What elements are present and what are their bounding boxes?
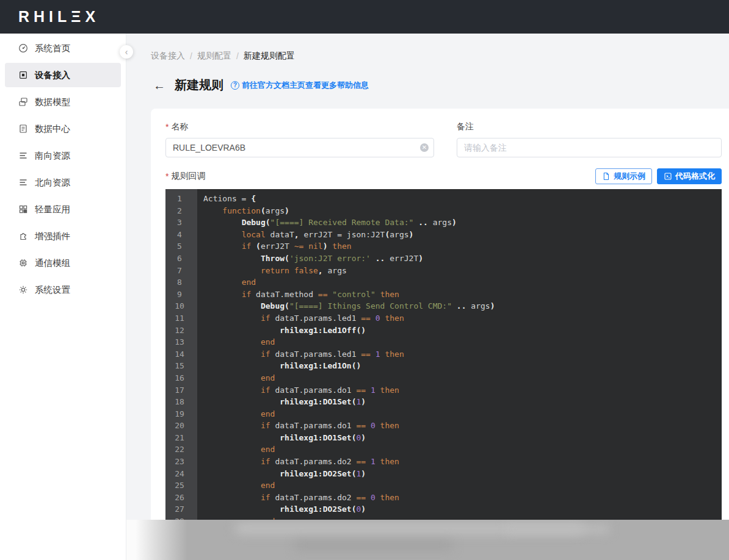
breadcrumb-separator: / <box>236 51 239 61</box>
sidebar-item-device-access[interactable]: 设备接入 <box>5 63 121 87</box>
form-card: * 名称 ✕ 备注 <box>151 109 729 560</box>
blur-smudge <box>506 525 609 533</box>
line-number: 6 <box>165 253 194 265</box>
code-line: end <box>203 276 722 289</box>
line-number: 1 <box>165 193 194 205</box>
line-number: 3 <box>165 217 194 229</box>
sidebar-item-label: 北向资源 <box>35 177 70 188</box>
sidebar-item-label: 增强插件 <box>35 231 70 242</box>
list-icon <box>18 178 28 187</box>
doc-link-label: 前往官方文档主页查看更多帮助信息 <box>242 80 369 91</box>
line-number: 8 <box>165 276 194 289</box>
file-icon <box>602 172 611 181</box>
code-line: if dataT.params.do1 == 1 then <box>203 384 722 397</box>
line-number: 26 <box>165 492 194 504</box>
line-number: 2 <box>165 205 194 217</box>
sidebar-item-label: 系统首页 <box>35 43 70 54</box>
code-line: if dataT.params.do1 == 0 then <box>203 420 722 432</box>
code-format-button[interactable]: 代码格式化 <box>657 168 722 184</box>
code-line: function(args) <box>203 205 722 217</box>
line-number: 19 <box>165 408 194 420</box>
line-number: 23 <box>165 456 194 468</box>
brand-logo: RHILΞX <box>18 8 100 26</box>
line-number: 27 <box>165 503 194 515</box>
line-number: 16 <box>165 372 194 384</box>
blur-smudge <box>295 542 452 549</box>
clear-input-icon[interactable]: ✕ <box>420 143 429 152</box>
blurred-footer-region <box>126 520 729 560</box>
top-header: RHILΞX <box>0 0 729 34</box>
sidebar: 系统首页设备接入数据模型数据中心南向资源北向资源轻量应用增强插件通信模组系统设置 <box>0 34 126 560</box>
rule-example-button[interactable]: 规则示例 <box>595 168 652 184</box>
editor-gutter: 1234567891011121314151617181920212223242… <box>165 189 197 560</box>
sidebar-item-comm-module[interactable]: 通信模组 <box>5 251 121 275</box>
back-button[interactable]: ← <box>153 79 165 92</box>
callback-row: * 规则回调 规则示例 代码格式化 <box>165 168 722 184</box>
line-number: 18 <box>165 396 194 408</box>
question-circle-icon: ? <box>231 81 239 90</box>
sidebar-item-label: 数据模型 <box>35 96 70 108</box>
code-line: if dataT.method == "control" then <box>203 289 722 301</box>
sidebar-item-data-center[interactable]: 数据中心 <box>5 117 121 141</box>
dashboard-icon <box>18 43 28 53</box>
editor-code: Actions = { function(args) Debug("[====]… <box>197 193 722 560</box>
form-row: * 名称 ✕ 备注 <box>165 121 722 157</box>
code-line: end <box>203 479 722 492</box>
code-line: end <box>203 336 722 348</box>
sidebar-collapse-button[interactable]: ‹ <box>120 45 133 59</box>
breadcrumb-item: 新建规则配置 <box>244 51 295 62</box>
code-line: end <box>203 372 722 384</box>
sidebar-item-home[interactable]: 系统首页 <box>5 36 121 60</box>
code-line: if dataT.params.do2 == 0 then <box>203 492 722 504</box>
code-line: rhilexg1:DO1Set(0) <box>203 432 722 444</box>
sidebar-item-label: 数据中心 <box>35 123 70 135</box>
line-number: 12 <box>165 325 194 337</box>
code-line: Debug("[====] Ithings Send Control CMD:"… <box>203 300 722 312</box>
code-line: rhilexg1:DO2Set(1) <box>203 468 722 480</box>
sidebar-item-light-app[interactable]: 轻量应用 <box>5 197 121 221</box>
sidebar-item-label: 轻量应用 <box>35 204 70 215</box>
code-line: local dataT, errJ2T = json:J2T(args) <box>203 229 722 241</box>
name-input[interactable] <box>165 138 434 157</box>
sidebar-item-plugin[interactable]: 增强插件 <box>5 224 121 248</box>
sidebar-menu: 系统首页设备接入数据模型数据中心南向资源北向资源轻量应用增强插件通信模组系统设置 <box>0 34 126 302</box>
note-input[interactable] <box>457 138 722 157</box>
required-mark: * <box>165 171 169 181</box>
code-editor[interactable]: 1234567891011121314151617181920212223242… <box>165 189 722 560</box>
sidebar-item-settings[interactable]: 系统设置 <box>5 278 121 302</box>
name-input-wrap: ✕ <box>165 138 434 157</box>
breadcrumb-item[interactable]: 规则配置 <box>197 51 231 62</box>
code-line: if dataT.params.led1 == 1 then <box>203 348 722 361</box>
line-number: 22 <box>165 443 194 456</box>
breadcrumb-item[interactable]: 设备接入 <box>151 51 185 62</box>
line-number: 17 <box>165 384 194 397</box>
code-line: if (errJ2T ~= nil) then <box>203 240 722 253</box>
code-line: rhilexg1:Led1Off() <box>203 325 722 337</box>
code-line: Actions = { <box>203 193 722 205</box>
page-title: 新建规则 <box>175 77 223 93</box>
document-icon <box>18 124 28 134</box>
line-number: 4 <box>165 229 194 241</box>
name-label: * 名称 <box>165 121 434 133</box>
puzzle-icon <box>18 231 28 241</box>
code-line: if dataT.params.do2 == 1 then <box>203 456 722 468</box>
layers-icon <box>18 97 28 107</box>
line-number: 9 <box>165 289 194 301</box>
code-format-icon <box>664 172 672 181</box>
doc-link[interactable]: ? 前往官方文档主页查看更多帮助信息 <box>231 80 369 91</box>
line-number: 21 <box>165 432 194 444</box>
page-title-row: ← 新建规则 ? 前往官方文档主页查看更多帮助信息 <box>153 77 729 93</box>
sidebar-item-south-resource[interactable]: 南向资源 <box>5 143 121 168</box>
line-number: 5 <box>165 240 194 253</box>
callback-label: * 规则回调 <box>165 170 205 182</box>
sidebar-item-north-resource[interactable]: 北向资源 <box>5 170 121 195</box>
code-line: Debug("[====] Received Remote Data:" .. … <box>203 217 722 229</box>
code-line: Throw('json:J2T error:' .. errJ2T) <box>203 253 722 265</box>
breadcrumb-separator: / <box>190 51 192 61</box>
sidebar-item-data-model[interactable]: 数据模型 <box>5 90 121 114</box>
code-line: rhilexg1:DO2Set(0) <box>203 503 722 515</box>
code-line: end <box>203 408 722 420</box>
blur-left-fade <box>126 520 187 560</box>
list-icon <box>18 151 28 160</box>
app-root: RHILΞX 系统首页设备接入数据模型数据中心南向资源北向资源轻量应用增强插件通… <box>0 0 729 560</box>
